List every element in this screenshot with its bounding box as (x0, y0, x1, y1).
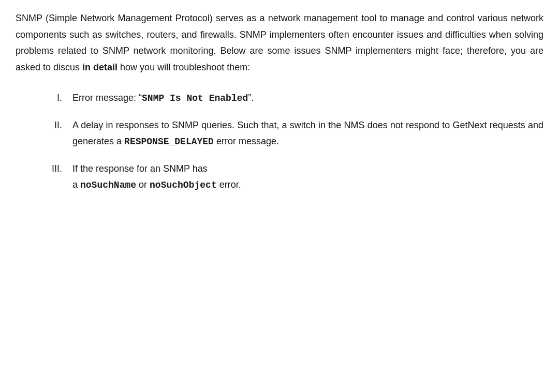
list-text-1: Error message: “SNMP Is Not Enabled”. (72, 90, 543, 107)
list-text-2: A delay in responses to SNMP queries. Su… (72, 117, 543, 150)
list-numeral-1: I. (31, 90, 72, 107)
list-numeral-2: II. (31, 117, 72, 134)
list-item-3-bold2: noSuchObject (150, 180, 217, 190)
list-text-3: If the response for an SNMP has a noSuch… (72, 161, 543, 194)
list-item: I. Error message: “SNMP Is Not Enabled”. (31, 90, 543, 107)
list-item-3: III. If the response for an SNMP has a n… (31, 161, 543, 194)
content-wrapper: SNMP (Simple Network Management Protocol… (16, 10, 543, 194)
intro-bold-text: in detail (82, 62, 117, 72)
intro-paragraph: SNMP (Simple Network Management Protocol… (16, 10, 543, 76)
list-item-1-bold: SNMP Is Not Enabled (142, 93, 248, 103)
list-item-2-bold: RESPONSE_DELAYED (124, 137, 214, 147)
list-container: I. Error message: “SNMP Is Not Enabled”.… (31, 90, 543, 194)
list-item-3-bold1: noSuchName (80, 180, 136, 190)
intro-text-after-bold: how you will troubleshoot them: (117, 62, 250, 72)
list-numeral-3: III. (31, 161, 72, 177)
list-item-2: II. A delay in responses to SNMP queries… (31, 117, 543, 150)
